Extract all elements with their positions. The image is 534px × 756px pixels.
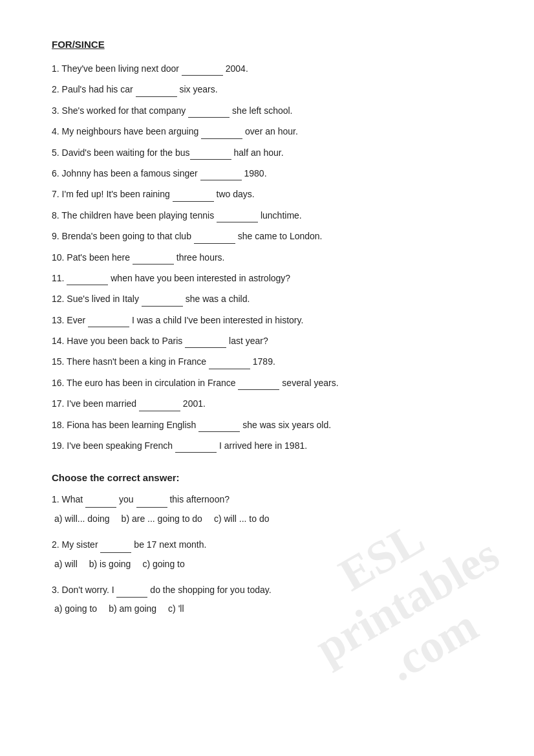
list-item: 12. Sue's lived in Italy she was a child… bbox=[52, 292, 482, 306]
blank bbox=[88, 318, 129, 327]
option: b) is going bbox=[89, 559, 131, 569]
blank bbox=[209, 360, 250, 369]
blank bbox=[175, 444, 217, 453]
blank bbox=[217, 213, 258, 222]
blank bbox=[182, 67, 223, 76]
question-block: 3. Don't worry. I do the shopping for yo… bbox=[52, 583, 482, 618]
list-item: 1. They've been living next door 2004. bbox=[52, 61, 482, 76]
list-item: 3. She's worked for that company she lef… bbox=[52, 103, 482, 118]
list-item: 11. when have you been interested in ast… bbox=[52, 271, 482, 285]
list-item: 15. There hasn't been a king in France 1… bbox=[52, 354, 482, 369]
list-item: 5. David's been waiting for the bus half… bbox=[52, 146, 482, 160]
option: a) going to bbox=[54, 603, 97, 614]
option: c) will ... to do bbox=[214, 513, 270, 524]
question-line: 2. My sister be 17 next month. bbox=[52, 537, 482, 553]
option: b) are ... going to do bbox=[122, 513, 202, 524]
blank bbox=[185, 339, 226, 348]
section2-title: Choose the correct answer: bbox=[52, 472, 482, 483]
question-block: 1. What you this afternoon?a) will... do… bbox=[52, 492, 482, 527]
option: c) going to bbox=[142, 559, 184, 569]
list-item: 7. I'm fed up! It's been raining two day… bbox=[52, 187, 482, 201]
section1: FOR/SINCE 1. They've been living next do… bbox=[52, 39, 482, 453]
blank bbox=[198, 423, 240, 432]
blank bbox=[190, 151, 231, 160]
blank bbox=[67, 276, 108, 285]
list-item: 13. Ever I was a child I've been interes… bbox=[52, 313, 482, 327]
exercise-list: 1. They've been living next door 2004.2.… bbox=[52, 61, 482, 453]
section2: Choose the correct answer: 1. What you t… bbox=[52, 472, 482, 617]
blank bbox=[136, 88, 177, 97]
blank bbox=[116, 589, 147, 598]
blank bbox=[201, 130, 242, 139]
option: a) will... doing bbox=[54, 513, 110, 524]
option: a) will bbox=[54, 559, 78, 569]
list-item: 19. I've been speaking French I arrived … bbox=[52, 438, 482, 453]
option: c) 'll bbox=[168, 603, 184, 614]
blank bbox=[133, 255, 174, 265]
list-item: 6. Johnny has been a famous singer 1980. bbox=[52, 166, 482, 180]
list-item: 4. My neighbours have been arguing over … bbox=[52, 124, 482, 138]
list-item: 17. I've been married 2001. bbox=[52, 396, 482, 411]
options-line: a) willb) is goingc) going to bbox=[54, 557, 482, 572]
blank bbox=[85, 499, 116, 508]
section1-title: FOR/SINCE bbox=[52, 39, 482, 50]
options-line: a) will... doingb) are ... going to doc)… bbox=[54, 512, 482, 527]
list-item: 2. Paul's had his car six years. bbox=[52, 82, 482, 96]
blank bbox=[173, 193, 214, 202]
question-line: 1. What you this afternoon? bbox=[52, 492, 482, 508]
blank bbox=[142, 297, 183, 307]
blank bbox=[136, 499, 167, 508]
list-item: 9. Brenda's been going to that club she … bbox=[52, 229, 482, 243]
list-item: 18. Fiona has been learning English she … bbox=[52, 418, 482, 432]
list-item: 8. The children have been playing tennis… bbox=[52, 208, 482, 222]
question-block: 2. My sister be 17 next month.a) willb) … bbox=[52, 537, 482, 572]
list-item: 16. The euro has been in circulation in … bbox=[52, 376, 482, 390]
option: b) am going bbox=[109, 603, 156, 614]
blank bbox=[188, 109, 230, 118]
list-item: 14. Have you been back to Paris last yea… bbox=[52, 334, 482, 348]
blank bbox=[194, 235, 235, 244]
question-line: 3. Don't worry. I do the shopping for yo… bbox=[52, 583, 482, 598]
blank bbox=[139, 402, 180, 411]
blank bbox=[238, 381, 279, 390]
list-item: 10. Pat's been here three hours. bbox=[52, 250, 482, 265]
blank bbox=[100, 544, 131, 553]
options-line: a) going tob) am goingc) 'll bbox=[54, 601, 482, 617]
blank bbox=[200, 171, 242, 180]
